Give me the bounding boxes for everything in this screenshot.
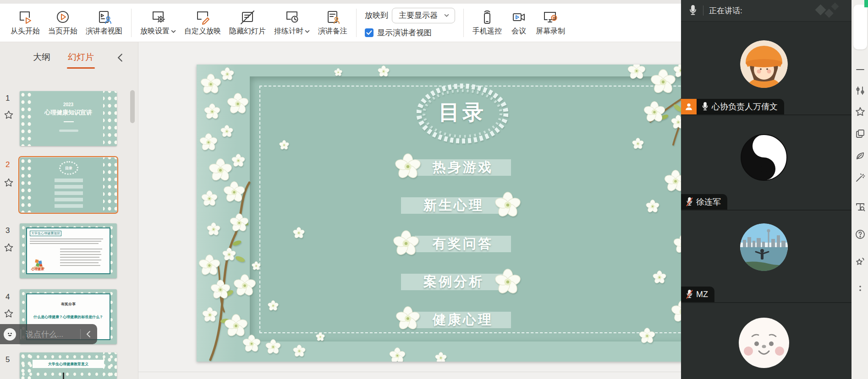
flower-decoration (639, 328, 655, 344)
collapse-chat-icon[interactable] (85, 330, 92, 338)
display-monitor-dropdown[interactable]: 主要显示器 (392, 8, 455, 23)
checkbox-label: 显示演讲者视图 (377, 27, 432, 38)
collapse-icon[interactable] (855, 64, 866, 75)
toc-item-1[interactable]: 热身游戏 (415, 159, 511, 176)
panel-scrollbar-thumb[interactable] (130, 90, 135, 123)
toc-item-2[interactable]: 新生心理 (401, 197, 506, 214)
speaking-host-badge (681, 99, 697, 114)
flower-decoration (643, 101, 665, 123)
presenter-view-button[interactable]: 演讲者视图 (86, 9, 122, 36)
flower-decoration (378, 65, 390, 77)
button-label: 当页开始 (48, 27, 77, 36)
find-replace-icon[interactable] (855, 201, 866, 212)
slide-title: 目录 (417, 98, 508, 127)
slide-thumbnail-3[interactable]: 大学生心理健康现状 心理健康 (20, 223, 117, 278)
participant-nametag: MZ (681, 287, 714, 302)
toc-item-5[interactable]: 健康心理 (415, 312, 511, 328)
button-label: 演讲者视图 (86, 27, 122, 36)
flower-decoration (231, 154, 245, 168)
floral-edge (103, 91, 117, 146)
collapse-panel-icon[interactable] (116, 53, 124, 62)
slideshow-settings-button[interactable]: 放映设置 (140, 9, 176, 36)
slide-number: 4 (5, 292, 10, 302)
help-icon[interactable] (855, 229, 866, 240)
speaker-notes-icon (324, 9, 341, 26)
flower-decoration (252, 261, 261, 271)
rehearse-timing-button[interactable]: 排练计时 (274, 9, 310, 36)
show-presenter-view-checkbox[interactable] (365, 28, 374, 37)
thumb3-caption: 心理健康 (31, 267, 44, 271)
statusbar-divider (138, 372, 681, 372)
editor-canvas[interactable]: 目录 热身游戏 新生心理 有奖问答 案例分析 健康心理 (138, 42, 681, 379)
participant-tile[interactable]: 徐连军 (681, 115, 852, 210)
phone-remote-button[interactable]: 手机遥控 (472, 9, 502, 36)
button-label: 从头开始 (11, 27, 40, 36)
flower-decoration (650, 69, 676, 95)
custom-show-button[interactable]: 自定义放映 (184, 9, 221, 36)
flower-decoration (653, 271, 666, 284)
flower-decoration (435, 352, 447, 362)
play-circle-icon (54, 9, 71, 26)
flower-decoration (265, 339, 281, 355)
flower-decoration (207, 222, 220, 236)
slide-title-wreath[interactable]: 目录 (417, 83, 508, 145)
current-slide-canvas[interactable]: 目录 热身游戏 新生心理 有奖问答 案例分析 健康心理 (197, 65, 727, 362)
button-label: 演讲备注 (318, 27, 347, 36)
floral-edge (20, 91, 33, 146)
toc-item-3[interactable]: 有奖问答 (415, 236, 511, 252)
speaker-notes-button[interactable]: 演讲备注 (318, 9, 347, 36)
favorite-star-icon[interactable] (4, 243, 14, 253)
tab-outline[interactable]: 大纲 (33, 51, 50, 66)
flower-decoration (393, 230, 419, 257)
avatar (740, 223, 788, 271)
toc-item-4[interactable]: 案例分析 (401, 274, 506, 290)
hide-slide-button[interactable]: 隐藏幻灯片 (229, 9, 266, 36)
flower-decoration (222, 248, 236, 261)
participant-tile[interactable] (681, 303, 852, 379)
emoji-button[interactable] (4, 328, 16, 341)
mic-on-icon (701, 102, 709, 112)
right-tool-rail (852, 0, 868, 379)
effects-star-icon[interactable] (855, 256, 866, 267)
favorite-star-icon[interactable] (855, 106, 866, 117)
flower-decoration (233, 274, 256, 297)
hide-slide-icon (239, 9, 256, 26)
speaking-now-label: 正在讲话: (709, 5, 742, 16)
leaf-theme-icon[interactable] (855, 150, 866, 161)
tab-slides[interactable]: 幻灯片 (68, 51, 94, 66)
copy-layers-icon[interactable] (855, 128, 866, 139)
chat-input[interactable]: 说点什么... (26, 329, 76, 340)
thumb3-card: 大学生心理健康现状 心理健康 (26, 227, 110, 274)
meeting-button[interactable]: 会议 (510, 9, 527, 36)
start-from-current-button[interactable]: 当页开始 (48, 9, 77, 36)
slide-thumbnail-1[interactable]: 2023 心理健康知识宣讲 (20, 91, 117, 146)
thumb5-band: 大学生心理健康教育意义 (33, 360, 104, 368)
favorite-star-icon[interactable] (4, 309, 14, 319)
flower-decoration (632, 138, 644, 150)
favorite-star-icon[interactable] (4, 178, 14, 188)
microphone-icon (688, 5, 698, 16)
screen-record-button[interactable]: 屏幕录制 (536, 9, 565, 36)
more-dots-icon[interactable] (855, 283, 866, 294)
screen-record-icon (542, 9, 559, 26)
button-label: 会议 (511, 27, 526, 36)
watermark-logo (824, 9, 834, 18)
participant-tile[interactable]: MZ (681, 211, 852, 302)
rail-floating-card (853, 5, 867, 49)
adjust-sliders-icon[interactable] (855, 85, 866, 96)
meeting-chat-bar: 说点什么... (0, 324, 97, 344)
participant-name: MZ (696, 290, 708, 299)
thumb1-title: 心理健康知识宣讲 (20, 108, 117, 117)
flower-decoration (198, 254, 220, 276)
watermark-logo (831, 3, 839, 11)
start-from-beginning-button[interactable]: 从头开始 (11, 9, 40, 36)
slide-thumbnail-5[interactable]: 大学生心理健康教育意义 (20, 352, 117, 379)
meeting-sidebar: 正在讲话: (681, 0, 852, 379)
slide-thumbnail-2-selected[interactable]: 目录 (20, 157, 117, 212)
favorite-star-icon[interactable] (4, 110, 14, 120)
participant-tile[interactable]: 心协负责人万倩文 (681, 22, 852, 114)
magic-wand-icon[interactable] (855, 172, 866, 183)
button-label: 排练计时 (274, 27, 310, 36)
flower-decoration (223, 181, 245, 203)
video-meeting-icon (510, 9, 527, 26)
